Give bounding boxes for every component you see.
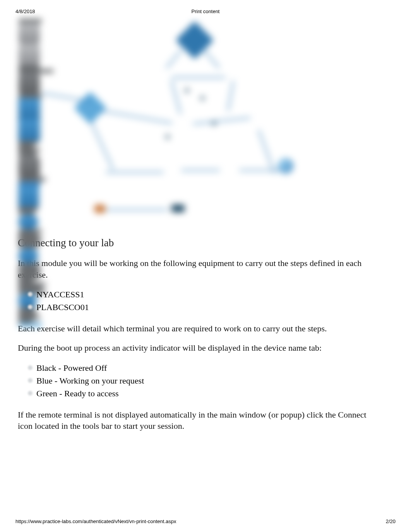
footer-url: https://www.practice-labs.com/authentica… xyxy=(15,518,176,524)
connect-chip: Connect xyxy=(338,409,366,421)
print-footer: https://www.practice-labs.com/authentica… xyxy=(15,518,396,524)
paragraph-intro: In this module you will be working on th… xyxy=(18,257,384,280)
paragraph-bootup: During the boot up process an activity i… xyxy=(18,342,384,354)
paragraph-detail: Each exercise will detail which terminal… xyxy=(18,323,384,334)
list-item: Black - Powered Off xyxy=(28,361,384,374)
list-item: Green - Ready to access xyxy=(28,387,384,400)
list-item: PLABCSCO01 xyxy=(28,301,384,314)
device-list: NYACCESS1 PLABCSCO01 xyxy=(28,288,384,314)
remote-suffix: icon located in the tools bar to start y… xyxy=(18,421,184,431)
content-body: Connecting to your lab In this module yo… xyxy=(18,237,384,432)
network-diagram xyxy=(19,19,297,228)
remote-prefix: If the remote terminal is not displayed … xyxy=(18,410,336,419)
print-date: 4/8/2018 xyxy=(15,9,35,14)
footer-page: 2/20 xyxy=(386,518,396,524)
paragraph-remote: If the remote terminal is not displayed … xyxy=(18,409,384,432)
status-list: Black - Powered Off Blue - Working on yo… xyxy=(28,361,384,400)
print-header: 4/8/2018 Print content xyxy=(15,9,396,14)
list-item: NYACCESS1 xyxy=(28,288,384,301)
print-title: Print content xyxy=(192,9,220,14)
list-item: Blue - Working on your request xyxy=(28,374,384,387)
page: 4/8/2018 Print content xyxy=(0,0,411,532)
section-heading: Connecting to your lab xyxy=(18,237,384,249)
